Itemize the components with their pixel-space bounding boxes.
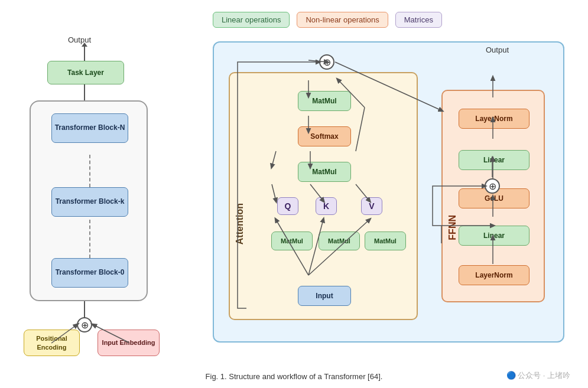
matmul-q: MatMul	[271, 232, 313, 250]
arrow-up-left	[84, 46, 85, 61]
transformer-block-0: Transformer Block-0	[51, 258, 128, 288]
main-container: Linear operations Non-linear operations …	[0, 0, 588, 388]
input-embedding-box: Input Embedding	[98, 330, 160, 356]
task-layer-box: Task Layer	[47, 61, 124, 84]
ffnn-box: FFNN LayerNorm Linear GeLU Linear LayerN…	[441, 90, 545, 302]
attention-label: Attention	[235, 203, 245, 244]
matmul-k: MatMul	[319, 232, 360, 250]
plus-circle-ffnn: ⊕	[485, 178, 500, 194]
softmax: Softmax	[298, 126, 351, 146]
arrow-from-t0	[84, 301, 85, 319]
output-label-right: Output	[486, 45, 509, 54]
transformer-block-n: Transformer Block-N	[51, 113, 128, 143]
attention-box: Attention MatMul Softmax MatMul Q K V Ma…	[229, 72, 418, 320]
outer-blue-box: Attention MatMul Softmax MatMul Q K V Ma…	[213, 41, 564, 343]
dashed-arrow-1	[89, 155, 90, 187]
matmul-mid: MatMul	[298, 162, 351, 182]
dashed-arrow-2	[89, 220, 90, 258]
plus-circle-left: ⊕	[77, 317, 92, 332]
layernorm-top: LayerNorm	[459, 109, 529, 129]
pos-encoding-box: Positional Encoding	[24, 330, 80, 356]
k-label: K	[316, 197, 337, 215]
layernorm-bottom: LayerNorm	[459, 265, 529, 285]
legend-linear: Linear operations	[213, 12, 290, 28]
legend-nonlinear: Non-linear operations	[297, 12, 388, 28]
matmul-top: MatMul	[298, 91, 351, 111]
caption: Fig. 1. Structure and workflow of a Tran…	[0, 372, 588, 381]
left-diagram: Output Task Layer Transformer Block-N Tr…	[18, 35, 183, 348]
matmul-v: MatMul	[365, 232, 406, 250]
input-label: Input	[298, 286, 351, 306]
plus-circle-right-top: ⊕	[319, 54, 334, 70]
legend: Linear operations Non-linear operations …	[213, 12, 442, 28]
linear-top: Linear	[459, 150, 529, 170]
linear-bottom: Linear	[459, 226, 529, 246]
q-label: Q	[277, 197, 298, 215]
v-label: V	[361, 197, 382, 215]
ffnn-label: FFNN	[447, 215, 458, 240]
transformer-container: Transformer Block-N Transformer Block-k …	[30, 100, 148, 301]
watermark: 🔵 公众号 · 上堵吟	[506, 370, 570, 381]
transformer-block-k: Transformer Block-k	[51, 187, 128, 217]
output-label-left: Output	[68, 35, 91, 44]
arrow-down-left	[84, 84, 85, 102]
legend-matrices: Matrices	[395, 12, 442, 28]
right-diagram: Attention MatMul Softmax MatMul Q K V Ma…	[210, 32, 570, 354]
